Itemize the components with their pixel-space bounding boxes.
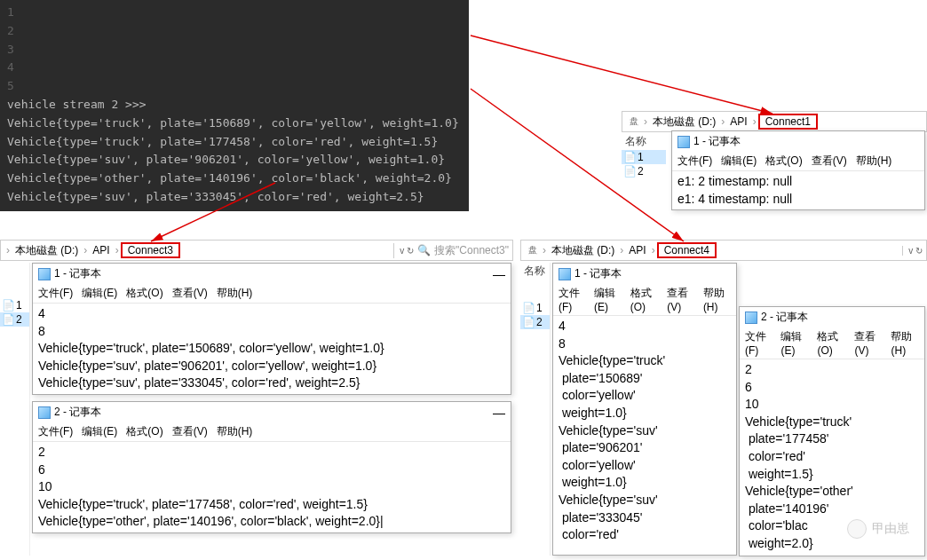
- file-item[interactable]: 📄 2: [520, 315, 550, 329]
- breadcrumb-item[interactable]: 本地磁盘 (D:): [12, 243, 82, 258]
- menu-edit[interactable]: 编辑(E): [82, 286, 117, 301]
- chevron-right-icon: ›: [618, 244, 625, 256]
- menu-file[interactable]: 文件(F): [38, 424, 73, 439]
- file-item[interactable]: 📄 2: [622, 164, 666, 178]
- menu-file[interactable]: 文件(F): [559, 286, 585, 313]
- menu-help[interactable]: 帮助(H): [217, 424, 253, 439]
- svg-line-1: [471, 35, 772, 114]
- terminal-lineno: 2: [7, 22, 462, 41]
- search-box[interactable]: v ↻: [902, 246, 923, 256]
- terminal-lineno: 5: [7, 77, 462, 96]
- search-box[interactable]: v ↻ 🔍 搜索"Connect3": [393, 243, 509, 258]
- menu-file[interactable]: 文件(F): [745, 329, 772, 357]
- notepad-titlebar[interactable]: 2 - 记事本: [740, 307, 924, 327]
- terminal-lineno: 1: [7, 4, 462, 22]
- notepad-menubar: 文件(F) 编辑(E) 格式(O) 查看(V) 帮助(H): [33, 284, 511, 304]
- menu-view[interactable]: 查看(V): [854, 329, 882, 357]
- breadcrumb-bar-connect4: 盘 › 本地磁盘 (D:) › API › Connect4 v ↻: [520, 240, 927, 261]
- notepad-content[interactable]: 4 8 Vehicle{type='truck' plate='150689' …: [553, 316, 736, 546]
- menu-view[interactable]: 查看(V): [812, 154, 847, 169]
- terminal-output-line: Vehicle{type='truck', plate='150689', co…: [7, 114, 462, 133]
- file-name: 1: [638, 151, 644, 163]
- notepad-title-text: 2 - 记事本: [761, 310, 808, 325]
- file-item[interactable]: 📄 1: [622, 150, 666, 164]
- menu-file[interactable]: 文件(F): [38, 286, 73, 301]
- notepad-title-text: 1 - 记事本: [693, 134, 741, 149]
- notepad-content[interactable]: e1: 2 timestamp: null e1: 4 timestamp: n…: [672, 171, 924, 209]
- menu-view[interactable]: 查看(V): [172, 424, 208, 439]
- menu-view[interactable]: 查看(V): [667, 286, 694, 313]
- breadcrumb-item[interactable]: API: [625, 244, 649, 256]
- notepad-window-connect1-1: 1 - 记事本 文件(F) 编辑(E) 格式(O) 查看(V) 帮助(H) e1…: [671, 130, 925, 210]
- chevron-right-icon: ›: [541, 244, 548, 256]
- file-list-connect4: 名称 📄 1 📄 2: [520, 263, 551, 556]
- notepad-content[interactable]: 4 8 Vehicle{type='truck', plate='150689'…: [33, 304, 511, 394]
- file-list-connect3: 📄 1 📄 2: [0, 263, 30, 556]
- breadcrumb-bar-connect1: 盘 › 本地磁盘 (D:) › API › Connect1: [622, 111, 927, 132]
- notepad-title-text: 1 - 记事本: [54, 266, 101, 281]
- menu-file[interactable]: 文件(F): [677, 154, 712, 169]
- terminal-output-line: Vehicle{type='other', plate='140196', co…: [7, 170, 462, 188]
- file-item[interactable]: 📄 1: [0, 298, 29, 312]
- column-header-name: 名称: [520, 263, 550, 280]
- breadcrumb-item[interactable]: API: [726, 115, 750, 128]
- menu-edit[interactable]: 编辑(E): [82, 424, 117, 439]
- notepad-titlebar[interactable]: 1 - 记事本: [672, 131, 924, 152]
- breadcrumb-prefix: 盘: [525, 244, 541, 256]
- minimize-icon[interactable]: —: [493, 406, 505, 420]
- menu-help[interactable]: 帮助(H): [703, 286, 731, 313]
- terminal-lineno: 4: [7, 59, 462, 77]
- file-icon: 📄: [522, 302, 535, 314]
- notepad-menubar: 文件(F) 编辑(E) 格式(O) 查看(V) 帮助(H): [33, 422, 511, 442]
- file-name: 2: [638, 165, 644, 177]
- terminal-panel: 1 2 3 4 5 vehicle stream 2 >>> Vehicle{t…: [0, 0, 469, 211]
- menu-format[interactable]: 格式(O): [817, 329, 845, 357]
- file-name: 1: [16, 299, 22, 312]
- menu-format[interactable]: 格式(O): [126, 286, 162, 301]
- breadcrumb-prefix: 盘: [626, 115, 642, 128]
- menu-format[interactable]: 格式(O): [126, 424, 162, 439]
- menu-help[interactable]: 帮助(H): [891, 329, 919, 357]
- refresh-icon[interactable]: v ↻: [400, 246, 414, 256]
- file-item[interactable]: 📄 1: [520, 301, 550, 315]
- watermark: 甲由崽: [847, 519, 909, 539]
- notepad-icon: [677, 136, 690, 148]
- menu-help[interactable]: 帮助(H): [856, 154, 892, 169]
- menu-edit[interactable]: 编辑(E): [594, 286, 622, 313]
- breadcrumb-item[interactable]: 本地磁盘 (D:): [649, 114, 719, 130]
- menu-view[interactable]: 查看(V): [172, 286, 208, 301]
- menu-help[interactable]: 帮助(H): [217, 286, 253, 301]
- notepad-window-connect3-1: 1 - 记事本 — 文件(F) 编辑(E) 格式(O) 查看(V) 帮助(H) …: [32, 263, 511, 395]
- terminal-lineno: 3: [7, 41, 462, 59]
- file-icon: 📄: [2, 313, 14, 326]
- notepad-titlebar[interactable]: 1 - 记事本 —: [33, 264, 511, 284]
- menu-format[interactable]: 格式(O): [630, 286, 659, 313]
- notepad-menubar: 文件(F) 编辑(E) 格式(O) 查看(V) 帮助(H): [740, 327, 924, 359]
- notepad-icon: [38, 406, 51, 419]
- breadcrumb-item[interactable]: API: [89, 244, 113, 256]
- menu-format[interactable]: 格式(O): [765, 154, 802, 169]
- search-icon: 🔍: [417, 244, 431, 256]
- notepad-titlebar[interactable]: 1 - 记事本: [553, 264, 736, 284]
- breadcrumb-item[interactable]: 本地磁盘 (D:): [548, 243, 618, 258]
- file-icon: 📄: [2, 299, 14, 312]
- file-icon: 📄: [522, 316, 535, 328]
- breadcrumb-item-current[interactable]: Connect3: [121, 242, 180, 258]
- file-item[interactable]: 📄 2: [0, 312, 29, 327]
- notepad-title-text: 2 - 记事本: [54, 405, 101, 420]
- watermark-icon: [847, 519, 867, 539]
- notepad-window-connect3-2: 2 - 记事本 — 文件(F) 编辑(E) 格式(O) 查看(V) 帮助(H) …: [32, 401, 511, 533]
- notepad-titlebar[interactable]: 2 - 记事本 —: [33, 402, 511, 422]
- breadcrumb-item-current[interactable]: Connect4: [657, 242, 717, 258]
- file-icon: 📄: [623, 151, 636, 163]
- notepad-content[interactable]: 2 6 10 Vehicle{type='truck', plate='1774…: [33, 442, 511, 532]
- file-name: 2: [16, 313, 22, 326]
- notepad-icon: [745, 312, 757, 324]
- breadcrumb-item-current[interactable]: Connect1: [758, 114, 818, 130]
- terminal-output-line: Vehicle{type='suv', plate='333045', colo…: [7, 188, 462, 207]
- refresh-icon[interactable]: v ↻: [908, 246, 923, 256]
- minimize-icon[interactable]: —: [493, 267, 505, 281]
- menu-edit[interactable]: 编辑(E): [780, 329, 808, 357]
- menu-edit[interactable]: 编辑(E): [721, 154, 757, 169]
- terminal-stream-header: vehicle stream 2 >>>: [7, 96, 462, 114]
